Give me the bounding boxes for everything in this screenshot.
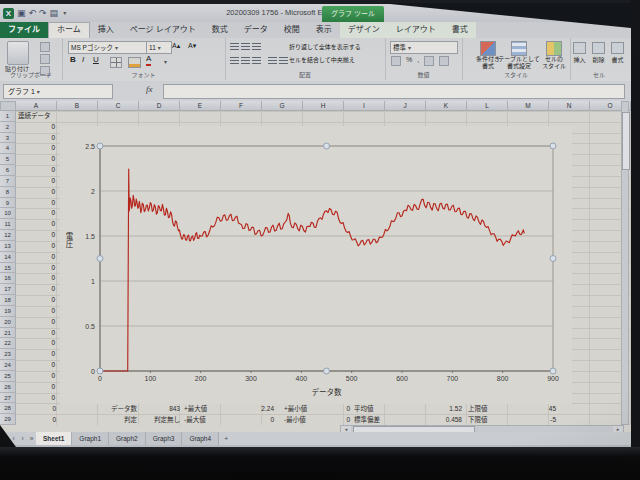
grow-font-button[interactable]: A▴ (172, 40, 180, 52)
row-header-13[interactable]: 13 (0, 241, 16, 252)
font-size-select[interactable]: 11▾ (146, 41, 172, 54)
row-header-25[interactable]: 25 (0, 371, 16, 382)
align-center-icon[interactable] (241, 56, 250, 64)
next-sheet-icon[interactable]: › (18, 432, 27, 445)
selection-handle[interactable] (550, 368, 556, 374)
cell-a23[interactable]: 0 (18, 349, 55, 360)
value-data-count[interactable]: 843 (140, 403, 180, 414)
chart-object[interactable]: 00.511.522.50100200300400500600700800900… (60, 126, 572, 404)
column-header-J[interactable]: J (385, 101, 426, 111)
selection-handle[interactable] (324, 368, 330, 374)
cell-a9[interactable]: 0 (18, 198, 55, 209)
column-header-A[interactable]: A (16, 101, 57, 111)
chevron-down-icon[interactable]: ▾ (164, 58, 167, 65)
underline-button[interactable]: U (93, 54, 99, 66)
row-header-19[interactable]: 19 (0, 306, 16, 317)
selection-handle[interactable] (550, 143, 556, 149)
fill-color-icon[interactable] (128, 57, 141, 68)
cell-a11[interactable]: 0 (18, 219, 55, 230)
row-header-8[interactable]: 8 (0, 187, 16, 198)
increase-indent-icon[interactable] (279, 56, 288, 64)
column-header-F[interactable]: F (221, 101, 262, 111)
undo-icon[interactable]: ↶ (29, 7, 37, 19)
row-header-27[interactable]: 27 (0, 393, 16, 404)
row-header-14[interactable]: 14 (0, 252, 16, 263)
decrease-decimal-icon[interactable] (439, 56, 449, 66)
row-header-4[interactable]: 4 (0, 143, 16, 154)
align-top-icon[interactable] (230, 42, 239, 50)
font-color-icon[interactable]: A (146, 54, 151, 66)
merge-center-button[interactable]: セルを結合して中央揃え (289, 55, 355, 64)
cell-a7[interactable]: 0 (18, 176, 55, 187)
cell-a26[interactable]: 0 (18, 382, 55, 393)
column-header-C[interactable]: C (98, 101, 139, 111)
tab-data[interactable]: データ (236, 22, 276, 38)
cell-a28[interactable]: 0 (20, 403, 56, 414)
row-header-11[interactable]: 11 (0, 219, 16, 230)
increase-decimal-icon[interactable] (424, 56, 434, 66)
tab-insert[interactable]: 挿入 (90, 22, 122, 38)
cell-a4[interactable]: 0 (18, 143, 55, 154)
sheet-tab-graph3[interactable]: Graph3 (146, 432, 183, 445)
selection-handle[interactable] (97, 368, 103, 374)
fx-icon[interactable]: fx (146, 84, 160, 97)
decrease-indent-icon[interactable] (268, 56, 277, 64)
label-data-count[interactable]: データ数 (60, 403, 137, 414)
label-judgement[interactable]: 判定 (60, 414, 137, 425)
tab-chart-layout[interactable]: レイアウト (388, 22, 444, 38)
cell-a25[interactable]: 0 (18, 371, 55, 382)
bold-button[interactable]: B (70, 54, 76, 66)
row-header-17[interactable]: 17 (0, 284, 16, 295)
cell-a21[interactable]: 0 (18, 328, 55, 339)
column-header-I[interactable]: I (344, 101, 385, 111)
vertical-scroll-thumb[interactable] (622, 112, 630, 170)
percent-style-button[interactable]: % (406, 56, 412, 66)
selection-handle[interactable] (550, 256, 556, 262)
row-header-9[interactable]: 9 (0, 198, 16, 209)
value-lower-limit[interactable]: -5 (514, 414, 556, 425)
column-header-N[interactable]: N (549, 101, 590, 111)
insert-worksheet-icon[interactable]: + (219, 432, 233, 445)
select-all-corner[interactable] (0, 101, 16, 111)
italic-button[interactable]: I (82, 54, 84, 66)
comma-style-button[interactable]: , (417, 56, 419, 66)
sheet-tab-sheet1[interactable]: Sheet1 (36, 432, 72, 445)
row-header-18[interactable]: 18 (0, 295, 16, 306)
align-middle-icon[interactable] (241, 42, 250, 50)
column-header-H[interactable]: H (303, 101, 344, 111)
row-header-5[interactable]: 5 (0, 154, 16, 165)
row-header-26[interactable]: 26 (0, 382, 16, 393)
accounting-format-icon[interactable] (391, 56, 401, 66)
cut-icon[interactable] (40, 42, 50, 52)
row-header-22[interactable]: 22 (0, 338, 16, 349)
cell-a15[interactable]: 0 (18, 263, 55, 274)
cell-a27[interactable]: 0 (18, 393, 55, 404)
cell-a20[interactable]: 0 (18, 317, 55, 328)
row-header-23[interactable]: 23 (0, 349, 16, 360)
tab-chart-design[interactable]: デザイン (340, 22, 388, 38)
name-box[interactable]: グラフ 1▾ (3, 84, 113, 99)
row-header-16[interactable]: 16 (0, 273, 16, 284)
format-cells-button[interactable]: 書式 (608, 42, 627, 64)
column-header-D[interactable]: D (139, 101, 180, 111)
tab-review[interactable]: 校閲 (276, 22, 308, 38)
sheet-tab-graph2[interactable]: Graph2 (109, 432, 146, 445)
row-header-21[interactable]: 21 (0, 328, 16, 339)
align-right-icon[interactable] (252, 56, 261, 64)
row-header-1[interactable]: 1 (0, 111, 16, 122)
shrink-font-button[interactable]: A▾ (188, 40, 196, 52)
cell-a17[interactable]: 0 (18, 284, 55, 295)
wrap-text-button[interactable]: 折り返して全体を表示する (289, 42, 361, 51)
cell-a6[interactable]: 0 (18, 165, 55, 176)
tab-chart-format[interactable]: 書式 (444, 22, 476, 38)
value-minus-min[interactable]: 0 (316, 414, 350, 425)
column-header-L[interactable]: L (467, 101, 508, 111)
tab-view[interactable]: 表示 (308, 22, 340, 38)
cell-a8[interactable]: 0 (18, 187, 55, 198)
chart-shortcut-icon[interactable]: ▤ (50, 7, 59, 19)
sheet-tab-graph4[interactable]: Graph4 (182, 432, 219, 445)
label-mean[interactable]: 平均値 (354, 403, 418, 414)
row-header-24[interactable]: 24 (0, 360, 16, 371)
copy-icon[interactable] (40, 54, 50, 64)
value-minus-max[interactable]: 0 (228, 414, 274, 425)
